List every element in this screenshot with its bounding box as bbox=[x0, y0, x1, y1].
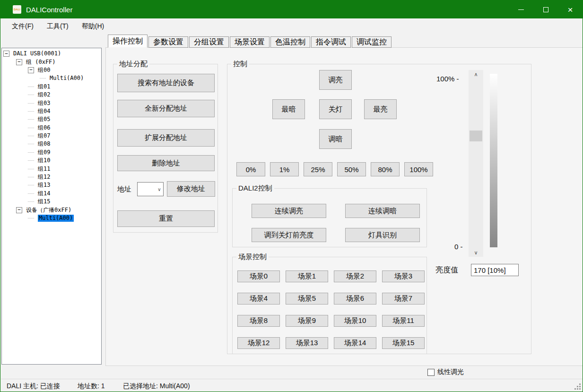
titlebar: DALI DALIController × bbox=[0, 0, 583, 18]
brightness-value-field[interactable]: 170 [10%] bbox=[471, 264, 519, 276]
scene-9-button[interactable]: 场景9 bbox=[286, 315, 328, 327]
scroll-down-icon[interactable]: ∨ bbox=[469, 248, 483, 257]
tab-command-debug[interactable]: 指令调试 bbox=[311, 36, 351, 48]
recall-last-level-button[interactable]: 调到关灯前亮度 bbox=[252, 228, 326, 242]
tree-node-group08[interactable]: 组08 bbox=[2, 140, 101, 148]
collapse-icon[interactable]: − bbox=[16, 207, 22, 213]
collapse-icon[interactable]: − bbox=[28, 67, 34, 73]
assign-new-address-button[interactable]: 全新分配地址 bbox=[117, 100, 215, 117]
scrollbar-thumb[interactable] bbox=[470, 131, 482, 141]
close-button[interactable]: × bbox=[558, 0, 583, 18]
menu-file[interactable]: 文件(F) bbox=[5, 18, 40, 34]
percent-100-button[interactable]: 100% bbox=[404, 162, 433, 176]
scene-6-button[interactable]: 场景6 bbox=[334, 293, 376, 305]
continuous-dim-down-button[interactable]: 连续调暗 bbox=[345, 204, 420, 218]
minimize-button[interactable] bbox=[509, 0, 533, 18]
tree-node-group13[interactable]: 组13 bbox=[2, 181, 101, 189]
tab-debug-monitor[interactable]: 调试监控 bbox=[352, 36, 392, 48]
tree-connector bbox=[28, 128, 34, 128]
maximize-button[interactable] bbox=[533, 0, 558, 18]
brightness-max-label: 100% - bbox=[436, 75, 459, 83]
percent-0-button[interactable]: 0% bbox=[236, 162, 265, 176]
dim-down-button[interactable]: 调暗 bbox=[319, 129, 352, 149]
tree-connector bbox=[28, 103, 34, 104]
brightness-scrollbar[interactable]: ∧ ∨ bbox=[469, 70, 483, 257]
linear-dimming-checkbox[interactable] bbox=[427, 369, 435, 376]
tab-operation-control[interactable]: 操作控制 bbox=[108, 35, 148, 48]
scene-4-button[interactable]: 场景4 bbox=[237, 293, 280, 305]
collapse-icon[interactable]: − bbox=[3, 51, 9, 57]
scroll-up-icon[interactable]: ∧ bbox=[469, 70, 483, 78]
tab-scene-settings[interactable]: 场景设置 bbox=[230, 36, 270, 48]
brightness-value-label: 亮度值 bbox=[435, 265, 458, 275]
max-brightness-button[interactable]: 最亮 bbox=[364, 99, 397, 119]
scene-7-button[interactable]: 场景7 bbox=[382, 293, 425, 305]
linear-dimming-label: 线性调光 bbox=[437, 368, 464, 376]
delete-address-button[interactable]: 删除地址 bbox=[117, 155, 215, 171]
tree-connector bbox=[28, 144, 34, 144]
scene-14-button[interactable]: 场景14 bbox=[334, 337, 376, 349]
tree-node-group14[interactable]: 组14 bbox=[2, 190, 101, 198]
tree-node-group03[interactable]: 组03 bbox=[2, 99, 101, 107]
lamp-identify-button[interactable]: 灯具识别 bbox=[345, 228, 420, 242]
menu-tools[interactable]: 工具(T) bbox=[40, 18, 75, 34]
scene-8-button[interactable]: 场景8 bbox=[237, 315, 280, 327]
modify-address-button[interactable]: 修改地址 bbox=[167, 181, 215, 197]
tree-node-group07[interactable]: 组07 bbox=[2, 132, 101, 140]
scene-1-button[interactable]: 场景1 bbox=[286, 270, 328, 282]
scene-11-button[interactable]: 场景11 bbox=[382, 315, 425, 327]
scene-2-button[interactable]: 场景2 bbox=[334, 270, 376, 282]
tree-node-group11[interactable]: 组11 bbox=[2, 165, 101, 173]
min-brightness-button[interactable]: 最暗 bbox=[272, 99, 305, 119]
tree-node-group04[interactable]: 组04 bbox=[2, 107, 101, 115]
minimize-icon bbox=[518, 9, 524, 10]
reset-button[interactable]: 重置 bbox=[117, 210, 215, 227]
tree-node-group00[interactable]: −组00 bbox=[2, 66, 101, 74]
percent-25-button[interactable]: 25% bbox=[304, 162, 332, 176]
tree-connector bbox=[28, 111, 34, 112]
scene-3-button[interactable]: 场景3 bbox=[382, 270, 425, 282]
tree-node-group10[interactable]: 组10 bbox=[2, 157, 101, 165]
scene-15-button[interactable]: 场景15 bbox=[382, 337, 425, 349]
tree-node-group05[interactable]: 组05 bbox=[2, 115, 101, 123]
status-address-count: 地址数: 1 bbox=[78, 382, 105, 391]
tree-connector bbox=[28, 177, 34, 177]
scene-10-button[interactable]: 场景10 bbox=[334, 315, 376, 327]
tree-node-group-broadcast[interactable]: −组 (0xFF) bbox=[2, 58, 101, 66]
tree-node-group09[interactable]: 组09 bbox=[2, 148, 101, 157]
scene-0-button[interactable]: 场景0 bbox=[237, 270, 280, 282]
address-combobox[interactable]: ∨ bbox=[137, 182, 164, 196]
tree-node-devices-broadcast[interactable]: −设备（广播0xFF) bbox=[2, 206, 101, 214]
tree-node-group15[interactable]: 组15 bbox=[2, 198, 101, 206]
scene-13-button[interactable]: 场景13 bbox=[286, 337, 328, 349]
percent-50-button[interactable]: 50% bbox=[337, 162, 366, 176]
collapse-icon[interactable]: − bbox=[16, 59, 22, 65]
tree-node-group06[interactable]: 组06 bbox=[2, 124, 101, 132]
tab-color-temp-control[interactable]: 色温控制 bbox=[270, 36, 310, 48]
scene-5-button[interactable]: 场景5 bbox=[286, 293, 328, 305]
tab-parameter-settings[interactable]: 参数设置 bbox=[148, 36, 188, 48]
percent-80-button[interactable]: 80% bbox=[371, 162, 400, 176]
tree-node-multi-a00-selected[interactable]: Multi(A00) bbox=[2, 214, 101, 222]
tree-node-group02[interactable]: 组02 bbox=[2, 91, 101, 99]
search-addressed-devices-button[interactable]: 搜索有地址的设备 bbox=[117, 74, 215, 92]
resize-grip[interactable] bbox=[579, 388, 581, 390]
window-controls: × bbox=[509, 0, 583, 18]
chevron-down-icon[interactable]: ∨ bbox=[156, 187, 163, 192]
tree-node-group12[interactable]: 组12 bbox=[2, 173, 101, 181]
tree-node-group01[interactable]: 组01 bbox=[2, 83, 101, 91]
continuous-dim-up-button[interactable]: 连续调亮 bbox=[252, 204, 326, 218]
scene-12-button[interactable]: 场景12 bbox=[237, 337, 280, 349]
extend-assign-address-button[interactable]: 扩展分配地址 bbox=[117, 129, 215, 147]
close-icon: × bbox=[567, 5, 573, 14]
tree-node-dali-usb[interactable]: −DALI USB(0001) bbox=[2, 50, 101, 58]
dali2-control-group: DALI2控制 连续调亮 连续调暗 调到关灯前亮度 灯具识别 bbox=[232, 188, 427, 247]
tab-group-settings[interactable]: 分组设置 bbox=[189, 36, 229, 48]
tree-connector bbox=[28, 136, 34, 136]
menu-help[interactable]: 帮助(H) bbox=[75, 18, 111, 34]
lamp-off-button[interactable]: 关灯 bbox=[319, 99, 352, 119]
percent-1-button[interactable]: 1% bbox=[270, 162, 299, 176]
tree-connector bbox=[28, 193, 34, 194]
tree-node-multi-a00[interactable]: Multi(A00) bbox=[2, 74, 101, 82]
dim-up-button[interactable]: 调亮 bbox=[319, 70, 352, 90]
